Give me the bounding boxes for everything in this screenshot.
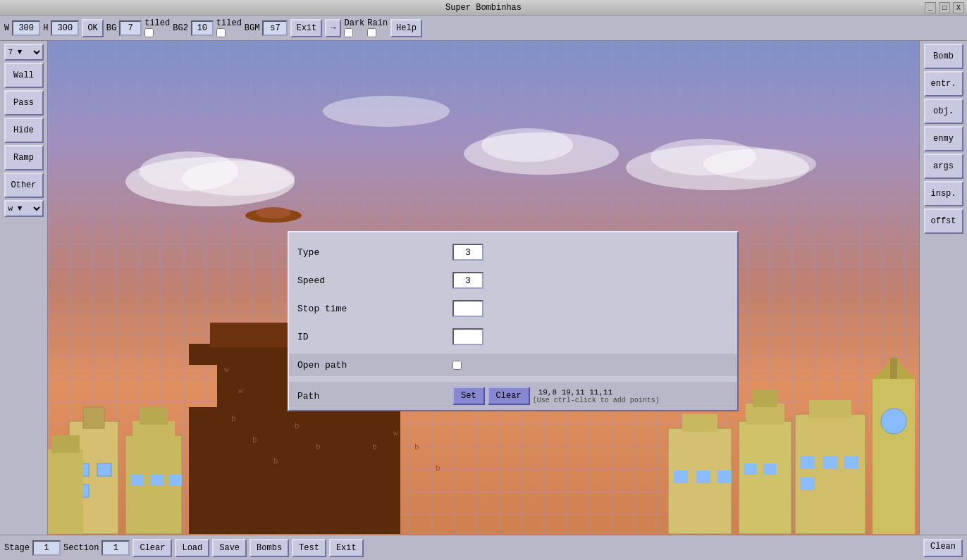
obj-button[interactable]: obj. xyxy=(924,99,963,124)
entr-button[interactable]: entr. xyxy=(924,71,963,97)
width-input[interactable] xyxy=(12,20,40,36)
dialog-box: Type Speed Stop time ID Open path Path xyxy=(288,231,739,411)
enmy-button[interactable]: enmy xyxy=(924,126,963,151)
path-hint: (Use ctrl-click to add points) xyxy=(533,397,660,404)
hide-button[interactable]: Hide xyxy=(4,118,44,143)
stop-time-label: Stop time xyxy=(297,304,452,314)
clear-button[interactable]: Clear xyxy=(488,387,530,405)
rain-group: Rain xyxy=(367,18,388,37)
bomb-button[interactable]: Bomb xyxy=(924,44,963,69)
width-label: W xyxy=(4,23,9,33)
ramp-button[interactable]: Ramp xyxy=(4,145,44,170)
height-input[interactable] xyxy=(51,20,79,36)
dark-group: Dark xyxy=(344,18,364,37)
dark-label: Dark xyxy=(344,18,364,28)
open-path-checkbox[interactable] xyxy=(452,361,462,370)
left-sidebar: 7 ▼ Wall Pass Hide Ramp Other w ▼ xyxy=(0,41,48,535)
title-bar: Super Bombinhas _ □ X xyxy=(0,0,967,15)
other-button[interactable]: Other xyxy=(4,173,44,198)
clear-bottom-button[interactable]: Clear xyxy=(133,539,172,557)
stage-input[interactable] xyxy=(32,540,61,556)
window-controls: _ □ X xyxy=(925,2,964,13)
right-sidebar: Bomb entr. obj. enmy args insp. offst xyxy=(919,41,967,535)
bombs-button[interactable]: Bombs xyxy=(250,539,289,557)
arrow-button[interactable]: → xyxy=(325,19,341,37)
section-input[interactable] xyxy=(101,540,130,556)
speed-label: Speed xyxy=(297,275,452,286)
stop-time-input[interactable] xyxy=(452,300,484,317)
main-area: 7 ▼ Wall Pass Hide Ramp Other w ▼ xyxy=(0,41,967,535)
bgm-label: BGM xyxy=(245,23,260,33)
save-button[interactable]: Save xyxy=(212,539,247,557)
id-row: ID xyxy=(297,325,729,348)
args-button[interactable]: args xyxy=(924,154,963,179)
tiled1-label: tiled xyxy=(144,18,170,28)
exit-bottom-button[interactable]: Exit xyxy=(329,539,364,557)
bg-input[interactable] xyxy=(119,20,142,36)
tiled2-group: tiled xyxy=(216,18,242,37)
open-path-row: Open path xyxy=(289,354,737,376)
bg2-label: BG2 xyxy=(173,23,188,33)
height-label: H xyxy=(43,23,48,33)
rain-checkbox[interactable] xyxy=(367,28,376,37)
test-button[interactable]: Test xyxy=(292,539,326,557)
path-row: Path Set Clear 19,8 19,11 11,11 (Use ctr… xyxy=(289,382,737,410)
speed-input[interactable] xyxy=(452,272,484,289)
dark-checkbox[interactable] xyxy=(344,28,353,37)
pass-button[interactable]: Pass xyxy=(4,90,44,116)
load-button[interactable]: Load xyxy=(175,539,209,557)
type-label: Type xyxy=(297,247,452,258)
exit-toolbar-button[interactable]: Exit xyxy=(290,19,322,37)
rain-label: Rain xyxy=(367,18,388,28)
path-label: Path xyxy=(297,391,452,402)
game-canvas[interactable]: b b b b b w w b b b b w b b xyxy=(48,41,919,535)
tiled1-group: tiled xyxy=(144,18,170,37)
id-input[interactable] xyxy=(452,328,484,345)
stage-label: Stage xyxy=(4,543,30,553)
open-path-label: Open path xyxy=(297,360,452,371)
set-button[interactable]: Set xyxy=(452,387,485,405)
section-label: Section xyxy=(63,543,99,553)
window-title: Super Bombinhas xyxy=(445,3,522,13)
offst-button[interactable]: offst xyxy=(924,209,963,234)
close-button[interactable]: X xyxy=(953,2,964,13)
minimize-button[interactable]: _ xyxy=(925,2,936,13)
tiled1-checkbox[interactable] xyxy=(144,28,154,37)
tile-select[interactable]: 7 ▼ xyxy=(4,44,44,61)
toolbar: W H OK BG tiled BG2 tiled BGM Exit → Dar… xyxy=(0,15,967,41)
tiled2-checkbox[interactable] xyxy=(216,28,226,37)
clean-button[interactable]: Clean xyxy=(923,539,963,557)
maximize-button[interactable]: □ xyxy=(939,2,950,13)
wall-button[interactable]: Wall xyxy=(4,63,44,88)
help-button[interactable]: Help xyxy=(390,19,422,37)
type-input[interactable] xyxy=(452,244,484,261)
bgm-input[interactable] xyxy=(262,20,288,36)
stop-time-row: Stop time xyxy=(297,297,729,320)
path-coords: 19,8 19,11 11,11 xyxy=(538,388,660,397)
bg-label: BG xyxy=(106,23,116,33)
bottom-bar: Stage Section Clear Load Save Bombs Test… xyxy=(0,535,967,560)
speed-row: Speed xyxy=(297,269,729,292)
bg2-input[interactable] xyxy=(191,20,214,36)
insp-button[interactable]: insp. xyxy=(924,181,963,206)
id-label: ID xyxy=(297,332,452,342)
ok-button[interactable]: OK xyxy=(82,19,103,37)
tiled2-label: tiled xyxy=(216,18,242,28)
type-row: Type xyxy=(297,241,729,263)
w-select[interactable]: w ▼ xyxy=(4,200,44,217)
